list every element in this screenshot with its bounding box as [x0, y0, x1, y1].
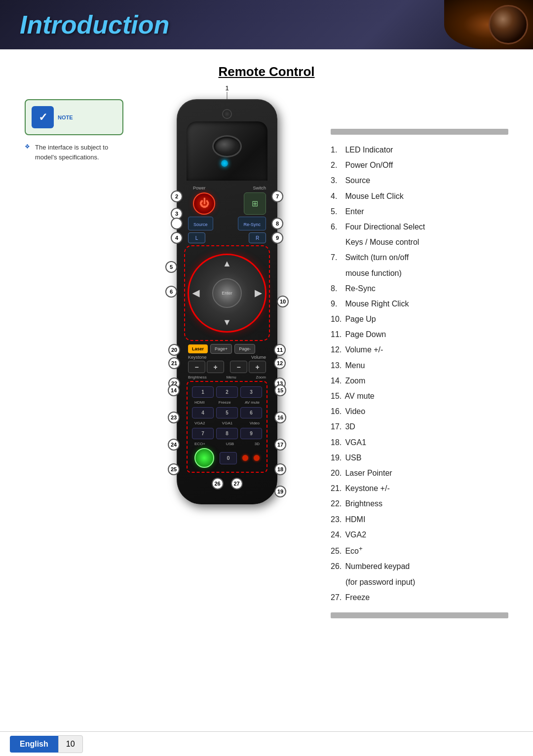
list-item-6b: Keys / Mouse control: [331, 234, 508, 250]
checkmark-icon: ✓: [38, 111, 47, 124]
laser-button[interactable]: Laser: [188, 344, 208, 353]
list-item: 3. Source: [331, 173, 508, 188]
note-content: The interface is subject to model's spec…: [33, 143, 123, 162]
usb-label: USB: [226, 442, 234, 446]
btn-1[interactable]: 1: [192, 386, 214, 398]
power-button[interactable]: ⏻: [193, 192, 215, 215]
note-text: The interface is subject to model's spec…: [25, 143, 123, 162]
power-label: Power: [193, 186, 206, 190]
remote-top: [184, 109, 270, 119]
num-label-3b: [171, 218, 183, 229]
num-label-11: 11: [274, 344, 286, 356]
btn-6[interactable]: 6: [240, 407, 262, 418]
remote-dome: [187, 121, 267, 181]
nav-down-arrow[interactable]: ▼: [223, 317, 231, 328]
page-header: Introduction: [0, 0, 533, 49]
source-button[interactable]: Source: [188, 217, 213, 230]
num-label-4: 4: [171, 232, 183, 244]
page-content: Remote Control ✓ NOTE The interface is s…: [0, 49, 533, 636]
list-item: 20. Laser Pointer: [331, 465, 508, 481]
enter-button[interactable]: Enter: [212, 278, 242, 308]
num-label-21: 21: [168, 357, 180, 369]
switch-label-text: Switch: [253, 186, 266, 190]
btn-7[interactable]: 7: [192, 428, 214, 439]
list-item: 6. Four Directional Select: [331, 219, 508, 234]
keystone-minus[interactable]: −: [188, 361, 205, 373]
left-column: ✓ NOTE The interface is subject to model…: [25, 99, 123, 162]
list-item: 23. HDMI: [331, 512, 508, 527]
page-minus-button[interactable]: Page-: [234, 344, 255, 354]
btn-0[interactable]: 0: [220, 452, 237, 464]
page-title: Introduction: [20, 10, 169, 39]
switch-icon: ⊞: [252, 199, 258, 208]
lens-decoration: [444, 0, 533, 49]
list-item: 10. Page Up: [331, 311, 508, 327]
line-1: [227, 92, 228, 99]
eco-label: ECO+: [194, 442, 205, 446]
vga1-label: VGA1: [222, 421, 232, 425]
btn-5[interactable]: 5: [216, 407, 238, 418]
resync-button[interactable]: Re-Sync: [238, 217, 266, 230]
btn-9[interactable]: 9: [240, 428, 262, 439]
list-item: 18. VGA1: [331, 435, 508, 450]
volume-minus[interactable]: −: [230, 361, 247, 373]
note-icon: ✓: [32, 106, 54, 128]
red-dot-2: [254, 455, 260, 461]
btn-4[interactable]: 4: [192, 407, 214, 418]
page-plus-button[interactable]: Page+: [210, 344, 232, 354]
section-title: Remote Control: [25, 64, 508, 79]
list-item: 15. AV mute: [331, 388, 508, 404]
num-label-6: 6: [165, 286, 177, 298]
items-list: 1. LED Indicator 2. Power On/Off 3. Sour…: [331, 142, 508, 605]
eco-button[interactable]: [194, 448, 214, 468]
main-layout: ✓ NOTE The interface is subject to model…: [25, 99, 508, 626]
note-box: ✓ NOTE: [25, 99, 123, 135]
freeze-label: Freeze: [219, 400, 231, 405]
resync-label: Re-Sync: [243, 222, 261, 227]
list-item: 4. Mouse Left Click: [331, 189, 508, 204]
zoom-label: Zoom: [256, 375, 266, 379]
lens-circle: [489, 5, 528, 44]
num-label-12: 12: [274, 357, 286, 369]
nav-right-arrow[interactable]: ▶: [255, 288, 262, 299]
list-item: 24. VGA2: [331, 527, 508, 542]
list-item: 11. Page Down: [331, 327, 508, 342]
list-item: 27. Freeze: [331, 590, 508, 605]
btn-3[interactable]: 3: [240, 386, 262, 398]
num-label-23: 23: [168, 412, 180, 423]
source-label: Source: [193, 222, 208, 227]
num-label-5: 5: [165, 261, 177, 273]
btn-8[interactable]: 8: [216, 428, 238, 439]
btn-2[interactable]: 2: [216, 386, 238, 398]
video-label: Video: [250, 421, 260, 425]
button-grid-1: 1 2 3: [192, 386, 262, 398]
l-button[interactable]: L: [188, 232, 205, 243]
nav-up-arrow[interactable]: ▲: [223, 259, 231, 269]
num-label-19: 19: [274, 486, 286, 497]
num-label-10: 10: [277, 296, 289, 307]
keystone-label: Keystone: [188, 355, 207, 360]
num-label-24: 24: [168, 439, 180, 451]
dome-lens: [212, 135, 242, 157]
num-label-8: 8: [271, 218, 283, 229]
list-item: 22. Brightness: [331, 496, 508, 511]
num-label-20: 20: [168, 344, 180, 356]
num-label-9: 9: [271, 232, 283, 244]
vga2-label: VGA2: [194, 421, 205, 425]
list-item: 26. Numbered keypad: [331, 559, 508, 574]
switch-button[interactable]: ⊞: [244, 192, 266, 215]
nav-left-arrow[interactable]: ◀: [192, 288, 199, 299]
brightness-label: Brightness: [188, 375, 207, 379]
volume-plus[interactable]: +: [249, 361, 266, 373]
list-item-7b: mouse function): [331, 265, 508, 281]
list-header-bar: [331, 129, 508, 135]
nav-circle-group[interactable]: ▲ ▼ ◀ ▶ Enter: [188, 254, 266, 333]
num-label-18: 18: [274, 463, 286, 475]
ir-sensor: [222, 109, 232, 119]
menu-label-text: Menu: [227, 375, 236, 379]
r-button[interactable]: R: [249, 232, 266, 243]
num-label-2: 2: [171, 190, 183, 202]
list-item: 12. Volume +/-: [331, 342, 508, 357]
keystone-plus[interactable]: +: [207, 361, 224, 373]
label-1-num: 1: [225, 84, 228, 92]
